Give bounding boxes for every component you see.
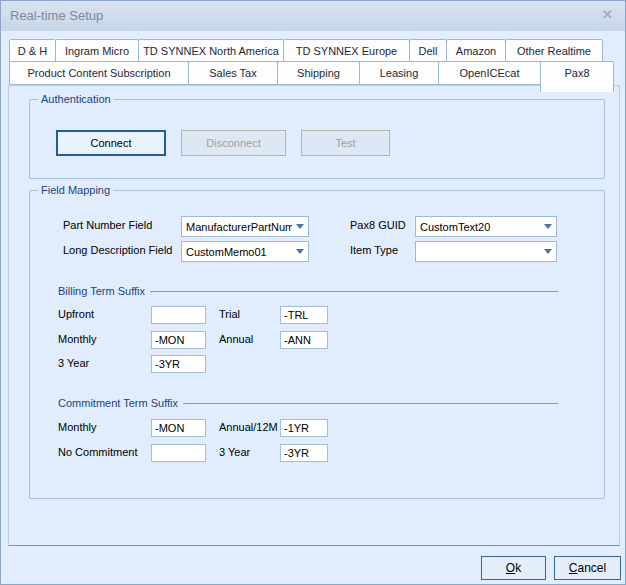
- pax8-guid-label: Pax8 GUID: [350, 219, 406, 231]
- tab-page-pax8: Authentication Connect Disconnect Test F…: [8, 85, 620, 546]
- tab-label: Leasing: [380, 67, 419, 79]
- tab-label: Ingram Micro: [65, 45, 129, 57]
- tab-label: Pax8: [564, 67, 589, 79]
- field-mapping-group-title: Field Mapping: [38, 184, 113, 196]
- trial-label: Trial: [219, 308, 240, 320]
- trial-input[interactable]: [280, 306, 328, 324]
- tab-ingram-micro[interactable]: Ingram Micro: [55, 39, 139, 62]
- commitment-term-suffix-header: Commitment Term Suffix: [58, 397, 558, 409]
- title-bar: Real-time Setup ✕: [1, 1, 625, 31]
- authentication-group-title: Authentication: [38, 93, 114, 105]
- no-commitment-input[interactable]: [151, 444, 206, 462]
- tab-sales-tax[interactable]: Sales Tax: [188, 61, 278, 85]
- tab-label: TD SYNNEX Europe: [296, 45, 397, 57]
- part-number-field-value: ManufacturerPartNumber: [182, 221, 292, 233]
- tab-pax8[interactable]: Pax8: [540, 61, 614, 92]
- tab-label: Dell: [419, 45, 438, 57]
- section-divider: [150, 291, 558, 292]
- authentication-group: Authentication Connect Disconnect Test: [29, 99, 605, 179]
- annual-12m-input[interactable]: [280, 419, 328, 437]
- tab-openicecat[interactable]: OpenICEcat: [438, 61, 541, 85]
- billing-monthly-label: Monthly: [58, 333, 97, 345]
- realtime-setup-dialog: Real-time Setup ✕ D & H Ingram Micro TD …: [0, 0, 626, 585]
- pax8-guid-dropdown[interactable]: CustomText20: [415, 216, 557, 237]
- tab-label: Product Content Subscription: [27, 67, 170, 79]
- part-number-field-dropdown[interactable]: ManufacturerPartNumber: [181, 216, 309, 237]
- tab-strip: D & H Ingram Micro TD SYNNEX North Ameri…: [9, 39, 619, 85]
- upfront-input[interactable]: [151, 306, 206, 324]
- commitment-monthly-input[interactable]: [151, 419, 206, 437]
- chevron-down-icon: [292, 217, 308, 236]
- tab-td-synnex-europe[interactable]: TD SYNNEX Europe: [283, 39, 410, 62]
- close-icon[interactable]: ✕: [602, 7, 613, 22]
- billing-monthly-input[interactable]: [151, 331, 206, 349]
- item-type-dropdown[interactable]: [415, 241, 557, 262]
- billing-term-suffix-title: Billing Term Suffix: [58, 285, 145, 297]
- billing-3-year-input[interactable]: [151, 355, 206, 373]
- tab-label: Sales Tax: [209, 67, 257, 79]
- tab-d-and-h[interactable]: D & H: [9, 39, 56, 62]
- tab-label: TD SYNNEX North America: [143, 45, 279, 57]
- commitment-3-year-input[interactable]: [280, 444, 328, 462]
- tab-label: Other Realtime: [517, 45, 591, 57]
- tab-label: D & H: [18, 45, 47, 57]
- tab-row-1: D & H Ingram Micro TD SYNNEX North Ameri…: [9, 39, 619, 62]
- test-button: Test: [301, 130, 390, 156]
- commitment-monthly-label: Monthly: [58, 421, 97, 433]
- annual-input[interactable]: [280, 331, 328, 349]
- chevron-down-icon: [540, 242, 556, 261]
- tab-dell[interactable]: Dell: [409, 39, 447, 62]
- ok-button[interactable]: Ok: [481, 556, 546, 580]
- tab-product-content-subscription[interactable]: Product Content Subscription: [9, 61, 189, 85]
- tab-shipping[interactable]: Shipping: [277, 61, 360, 85]
- tab-td-synnex-north-america[interactable]: TD SYNNEX North America: [138, 39, 284, 62]
- tab-label: OpenICEcat: [460, 67, 520, 79]
- tab-label: Shipping: [297, 67, 340, 79]
- annual-label: Annual: [219, 333, 253, 345]
- no-commitment-label: No Commitment: [58, 446, 137, 458]
- billing-3-year-label: 3 Year: [58, 357, 89, 369]
- cancel-button[interactable]: Cancel: [554, 556, 621, 580]
- chevron-down-icon: [292, 242, 308, 261]
- tab-other-realtime[interactable]: Other Realtime: [505, 39, 603, 62]
- window-title: Real-time Setup: [10, 8, 103, 23]
- field-mapping-group: Field Mapping Part Number Field Manufact…: [29, 190, 605, 499]
- chevron-down-icon: [540, 217, 556, 236]
- tab-amazon[interactable]: Amazon: [446, 39, 506, 62]
- tab-leasing[interactable]: Leasing: [359, 61, 439, 85]
- item-type-label: Item Type: [350, 244, 398, 256]
- upfront-label: Upfront: [58, 308, 94, 320]
- disconnect-button: Disconnect: [181, 130, 286, 156]
- billing-term-suffix-header: Billing Term Suffix: [58, 285, 558, 297]
- long-description-field-value: CustomMemo01: [182, 246, 292, 258]
- tab-label: Amazon: [456, 45, 496, 57]
- long-description-field-dropdown[interactable]: CustomMemo01: [181, 241, 309, 262]
- connect-button[interactable]: Connect: [56, 130, 166, 156]
- commitment-3-year-label: 3 Year: [219, 446, 250, 458]
- section-divider: [183, 403, 558, 404]
- commitment-term-suffix-title: Commitment Term Suffix: [58, 397, 178, 409]
- tab-row-2: Product Content Subscription Sales Tax S…: [9, 62, 619, 85]
- annual-12m-label: Annual/12M: [219, 421, 278, 433]
- pax8-guid-value: CustomText20: [416, 221, 540, 233]
- long-description-field-label: Long Description Field: [63, 244, 172, 256]
- part-number-field-label: Part Number Field: [63, 219, 152, 231]
